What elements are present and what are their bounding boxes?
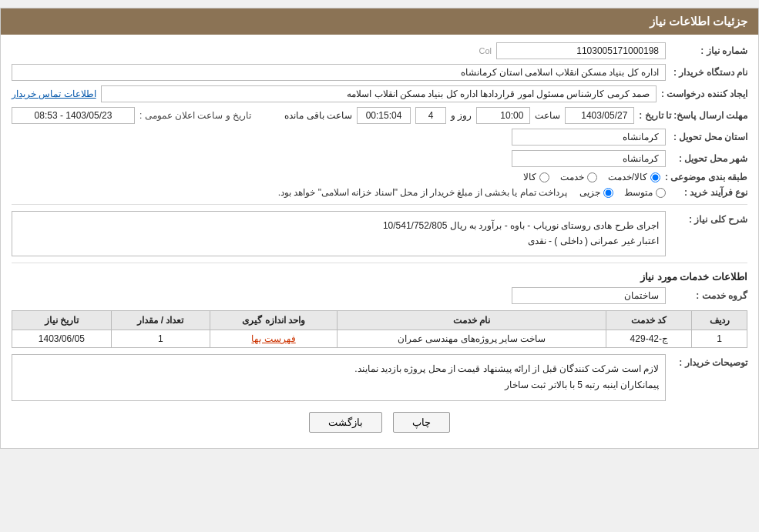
sharh-row: شرح کلی نیاز : اجرای طرح هادی روستای نور… [12, 211, 747, 256]
cell-tedad: 1 [111, 330, 210, 347]
cell-kod: ج-42-429 [606, 330, 692, 347]
shahr-label: شهر محل تحویل : [670, 153, 747, 164]
tabaqe-row: طبقه بندی موضوعی : کالا/خدمت خدمت کالا [12, 172, 747, 182]
radio-kala[interactable]: کالا [523, 172, 549, 182]
contact-info-link[interactable]: اطلاعات تماس خریدار [12, 89, 96, 99]
col-indicator: Col [479, 46, 492, 55]
col-name: نام خدمت [337, 310, 606, 330]
col-kod: کد خدمت [606, 310, 692, 330]
shomare-niaz-label: شماره نیاز : [670, 45, 747, 56]
noe-farayand-label: نوع فرآیند خرید : [670, 187, 747, 198]
button-row: چاپ بازگشت [12, 412, 747, 433]
shahr-row: شهر محل تحویل : کرمانشاه [12, 150, 747, 167]
mohlat-row: مهلت ارسال پاسخ: تا تاریخ : 1403/05/27 س… [12, 107, 747, 124]
sharh-desc: اجرای طرح هادی روستای نوریاب - باوه - بر… [12, 211, 666, 256]
shomare-niaz-value: 1103005171000198 [496, 42, 666, 59]
radio-jozyi-input[interactable] [603, 188, 613, 198]
khedamat-section-title: اطلاعات خدمات مورد نیاز [12, 271, 747, 283]
saat-value: 10:00 [476, 107, 530, 124]
print-button[interactable]: چاپ [393, 412, 450, 433]
col-vahed: واحد اندازه گیری [210, 310, 338, 330]
tosiyat-line2: پیمانکاران اینبه رتبه 5 با بالاتر ثبت سا… [18, 377, 659, 394]
tosiyat-line1: لازم است شرکت کنندگان قبل از ارائه پیشنه… [18, 361, 659, 378]
tosiyat-label: توصیحات خریدار : [670, 354, 747, 368]
radio-kalaKhedmat[interactable]: کالا/خدمت [608, 172, 660, 182]
ostan-row: استان محل تحویل : کرمانشاه [12, 129, 747, 146]
saat-label: ساعت [535, 110, 560, 121]
radio-kala-input[interactable] [539, 172, 549, 182]
radio-mottaset-input[interactable] [656, 188, 666, 198]
shomare-niaz-row: شماره نیاز : 1103005171000198 Col [12, 42, 747, 59]
nam-dastgah-row: نام دستگاه خریدار : اداره کل بنیاد مسکن … [12, 64, 747, 81]
goroh-label: گروه خدمت : [670, 290, 747, 301]
tarikh-aalan-value: 1403/05/23 - 08:53 [12, 107, 135, 124]
cell-tarikh: 1403/06/05 [12, 330, 112, 347]
services-table-container: ردیف کد خدمت نام خدمت واحد اندازه گیری ت… [12, 310, 747, 348]
radio-mottaset-label: متوسط [624, 187, 653, 198]
page-title: جزئیات اطلاعات نیاز [650, 15, 747, 28]
radio-mottaset[interactable]: متوسط [624, 187, 666, 198]
tabaqe-radio-group: کالا/خدمت خدمت کالا [523, 172, 660, 182]
baghimande-value: 00:15:04 [357, 107, 411, 124]
roz-value: 4 [415, 107, 446, 124]
back-button[interactable]: بازگشت [309, 412, 382, 433]
tarikh-aalan-label: تاریخ و ساعت اعلان عمومی : [139, 110, 251, 121]
cell-vahed[interactable]: فهرست بها [210, 330, 338, 347]
noe-farayand-row: نوع فرآیند خرید : متوسط جزیی پرداخت تمام… [12, 187, 747, 198]
baghimande-label: ساعت باقی مانده [284, 110, 352, 121]
tosiyat-row: توصیحات خریدار : لازم است شرکت کنندگان ق… [12, 354, 747, 401]
nam-dastgah-value: اداره کل بنیاد مسکن انقلاب اسلامی استان … [12, 64, 666, 81]
mohlat-label: مهلت ارسال پاسخ: تا تاریخ : [639, 110, 747, 121]
roz-label: روز و [451, 110, 472, 121]
tabaqe-label: طبقه بندی موضوعی : [665, 172, 747, 182]
farayand-desc: پرداخت تمام یا بخشی از مبلغ خریدار از مح… [278, 187, 567, 198]
goroh-row: گروه خدمت : ساختمان [12, 287, 747, 304]
ostan-label: استان محل تحویل : [670, 132, 747, 142]
radio-kala-label: کالا [523, 172, 536, 182]
cell-name: ساخت سایر پروژه‌های مهندسی عمران [337, 330, 606, 347]
sharh-label: شرح کلی نیاز : [670, 211, 747, 225]
shahr-value: کرمانشاه [512, 150, 666, 167]
ijad-konande-row: ایجاد کننده درخواست : صمد کرمی کارشناس م… [12, 85, 747, 102]
sharh-line1: اجرای طرح هادی روستای نوریاب - باوه - بر… [18, 218, 659, 233]
radio-jozyi-label: جزیی [579, 187, 600, 198]
radio-khedmat-label: خدمت [560, 172, 584, 182]
radio-jozyi[interactable]: جزیی [579, 187, 613, 198]
page-header: جزئیات اطلاعات نیاز [1, 8, 758, 35]
cell-radif: 1 [692, 330, 747, 347]
goroh-value: ساختمان [512, 287, 666, 304]
ijad-konande-value: صمد کرمی کارشناس مسئول امور قراردادها اد… [101, 85, 657, 102]
radio-kalaKhedmat-label: کالا/خدمت [608, 172, 647, 182]
radio-kalaKhedmat-input[interactable] [650, 172, 660, 182]
ijad-konande-label: ایجاد کننده درخواست : [661, 89, 747, 99]
sharh-line2: اعتبار غیر عمرانی ( داخلی ) - نقدی [18, 233, 659, 249]
ostan-value: کرمانشاه [512, 129, 666, 146]
table-row: 1 ج-42-429 ساخت سایر پروژه‌های مهندسی عم… [12, 330, 747, 347]
radio-khedmat-input[interactable] [587, 172, 597, 182]
nam-dastgah-label: نام دستگاه خریدار : [670, 67, 747, 78]
tosiyat-value: لازم است شرکت کنندگان قبل از ارائه پیشنه… [12, 354, 666, 401]
col-tarikh: تاریخ نیاز [12, 310, 112, 330]
farayand-radio-group: متوسط جزیی [579, 187, 666, 198]
date-value: 1403/05/27 [565, 107, 634, 124]
col-tedad: تعداد / مقدار [111, 310, 210, 330]
services-table: ردیف کد خدمت نام خدمت واحد اندازه گیری ت… [12, 310, 747, 348]
col-radif: ردیف [692, 310, 747, 330]
radio-khedmat[interactable]: خدمت [560, 172, 597, 182]
